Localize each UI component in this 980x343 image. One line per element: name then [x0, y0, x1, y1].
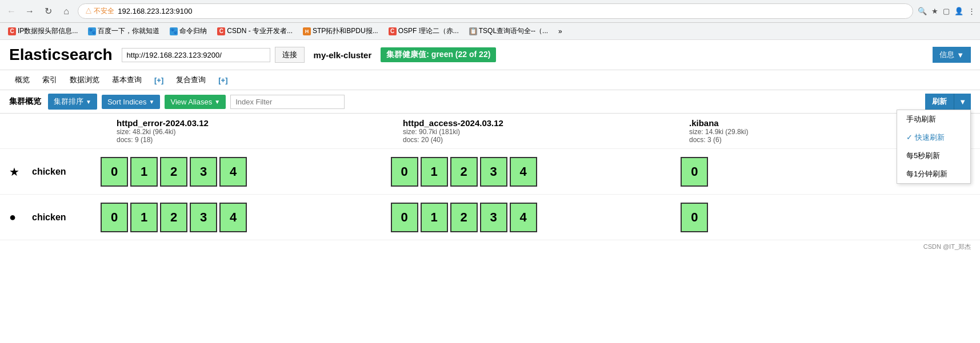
- view-aliases-button[interactable]: View Aliases ▼: [165, 95, 226, 109]
- tab-index[interactable]: 索引: [37, 72, 63, 87]
- bookmark-label-ip: IP数据报头部信息...: [18, 26, 78, 36]
- shard-box[interactable]: 4: [510, 157, 537, 187]
- profile-icon[interactable]: 👤: [954, 7, 963, 15]
- index-size-httpd-error: size: 48.2ki (96.4ki): [117, 128, 394, 136]
- shard-box[interactable]: 0: [681, 203, 708, 232]
- bookmark-baidu[interactable]: 🐾 百度一下，你就知道: [85, 25, 163, 37]
- shard-box[interactable]: 0: [681, 157, 708, 187]
- app-header: Elasticsearch 连接 my-elk-cluster 集群健康值: g…: [0, 40, 980, 70]
- shard-box[interactable]: 0: [101, 157, 128, 187]
- shard-box[interactable]: 4: [219, 157, 247, 187]
- search-icon[interactable]: 🔍: [918, 7, 927, 15]
- shard-box[interactable]: 1: [130, 203, 158, 232]
- chevron-down-icon: ▼: [149, 99, 155, 105]
- tab-overview[interactable]: 概览: [9, 72, 35, 87]
- row2-shards-col1: 0 1 2 3 4: [101, 203, 391, 232]
- tab-compound-query[interactable]: 复合查询: [170, 72, 211, 87]
- index-filter-input[interactable]: [230, 95, 345, 109]
- extension-icon[interactable]: ▢: [943, 7, 950, 15]
- home-button[interactable]: ⌂: [59, 5, 73, 18]
- browser-icons: 🔍 ★ ▢ 👤 ⋮: [918, 7, 975, 15]
- bookmark-label-cmd: 命令归纳: [179, 26, 207, 36]
- shard-box[interactable]: 2: [450, 157, 478, 187]
- bookmark-more[interactable]: »: [555, 26, 566, 37]
- index-docs-httpd-error: docs: 9 (18): [117, 136, 394, 144]
- bookmark-stp[interactable]: H STP拓扑和BPDU报...: [299, 25, 382, 37]
- back-button[interactable]: ←: [5, 5, 18, 18]
- row-label-spacer: [9, 118, 112, 144]
- reload-button[interactable]: ↻: [41, 5, 55, 18]
- shard-box[interactable]: 1: [421, 203, 448, 232]
- health-badge: 集群健康值: green (22 of 22): [381, 47, 496, 62]
- sort-indices-button[interactable]: Sort Indices ▼: [102, 95, 161, 109]
- security-warning: △ 不安全: [85, 6, 114, 16]
- bookmark-icon-csdn: C: [217, 27, 225, 35]
- bookmark-ospf[interactable]: C OSPF 理论二（赤...: [385, 25, 462, 37]
- index-header-row: httpd_error-2024.03.12 size: 48.2ki (96.…: [0, 114, 980, 149]
- shard-box[interactable]: 3: [480, 203, 507, 232]
- app-title: Elasticsearch: [9, 46, 113, 64]
- tab-basic-query-add[interactable]: [+]: [149, 74, 169, 87]
- shard-box[interactable]: 3: [480, 157, 507, 187]
- tab-compound-query-add[interactable]: [+]: [213, 74, 233, 87]
- chevron-down-icon: ▼: [957, 51, 964, 59]
- shard-box[interactable]: 2: [160, 203, 187, 232]
- row2-name: chicken: [32, 212, 101, 223]
- bookmark-label-csdn: CSDN - 专业开发者...: [227, 26, 293, 36]
- bookmark-icon-cmd: 🐾: [170, 27, 178, 35]
- bookmark-cmd[interactable]: 🐾 命令归纳: [166, 25, 210, 37]
- info-button[interactable]: 信息 ▼: [933, 47, 971, 63]
- menu-icon[interactable]: ⋮: [968, 7, 975, 15]
- chevron-down-icon: ▼: [86, 99, 91, 105]
- cluster-sort-button[interactable]: 集群排序 ▼: [48, 94, 97, 110]
- bookmark-icon[interactable]: ★: [931, 7, 938, 15]
- shard-box[interactable]: 4: [219, 203, 247, 232]
- shard-box[interactable]: 0: [391, 157, 418, 187]
- shard-box[interactable]: 2: [160, 157, 187, 187]
- sort-indices-label: Sort Indices: [107, 98, 147, 106]
- index-name-httpd-error: httpd_error-2024.03.12: [117, 118, 394, 128]
- view-aliases-label: View Aliases: [170, 98, 212, 106]
- dropdown-item-manual[interactable]: 手动刷新: [897, 110, 970, 128]
- bookmark-tsql[interactable]: 📋 TSQL查询语句全--（...: [466, 25, 551, 37]
- main-content: httpd_error-2024.03.12 size: 48.2ki (96.…: [0, 114, 980, 240]
- shard-box[interactable]: 1: [421, 157, 448, 187]
- shard-box[interactable]: 3: [190, 157, 217, 187]
- table-row: ● chicken 0 1 2 3 4 0 1 2 3 4 0: [0, 195, 980, 240]
- row2-circle-icon: ●: [9, 211, 32, 224]
- bookmark-icon-stp: H: [303, 27, 311, 35]
- tab-basic-query[interactable]: 基本查询: [106, 72, 147, 87]
- connect-button[interactable]: 连接: [275, 47, 305, 63]
- tab-data-browse[interactable]: 数据浏览: [64, 72, 105, 87]
- shard-box[interactable]: 1: [130, 157, 158, 187]
- cluster-sort-label: 集群排序: [54, 96, 83, 107]
- row2-shards-col2: 0 1 2 3 4: [391, 203, 681, 232]
- cluster-name: my-elk-cluster: [314, 50, 372, 60]
- shard-box[interactable]: 4: [510, 203, 537, 232]
- table-row: ★ chicken 0 1 2 3 4 0 1 2 3 4 0: [0, 149, 980, 195]
- refresh-button[interactable]: 刷新: [925, 94, 954, 110]
- dropdown-item-1min[interactable]: 每1分钟刷新: [897, 165, 970, 183]
- index-name-httpd-access: httpd_access-2024.03.12: [403, 118, 680, 128]
- row1-star-icon: ★: [9, 165, 32, 179]
- bookmark-label-stp: STP拓扑和BPDU报...: [313, 26, 378, 36]
- bookmark-ip[interactable]: C IP数据报头部信息...: [5, 25, 81, 37]
- shard-box[interactable]: 3: [190, 203, 217, 232]
- shard-box[interactable]: 0: [101, 203, 128, 232]
- forward-button[interactable]: →: [23, 5, 37, 18]
- connection-url-input[interactable]: [122, 48, 270, 62]
- shard-box[interactable]: 2: [450, 203, 478, 232]
- shard-box[interactable]: 0: [391, 203, 418, 232]
- dropdown-item-fast[interactable]: 快速刷新: [897, 128, 970, 147]
- address-bar: △ 不安全: [78, 3, 913, 19]
- dropdown-item-5sec[interactable]: 每5秒刷新: [897, 147, 970, 165]
- url-input[interactable]: [118, 7, 906, 15]
- bookmark-csdn[interactable]: C CSDN - 专业开发者...: [214, 25, 296, 37]
- bookmark-icon-tsql: 📋: [469, 27, 477, 35]
- index-docs-httpd-access: docs: 20 (40): [403, 136, 680, 144]
- bookmark-icon-ip: C: [8, 27, 16, 35]
- index-col-httpd-error: httpd_error-2024.03.12 size: 48.2ki (96.…: [112, 118, 398, 144]
- refresh-dropdown-button[interactable]: ▼: [954, 94, 971, 110]
- refresh-area: 刷新 ▼ 手动刷新 快速刷新 每5秒刷新 每1分钟刷新: [925, 94, 971, 110]
- row1-shards-col2: 0 1 2 3 4: [391, 157, 681, 187]
